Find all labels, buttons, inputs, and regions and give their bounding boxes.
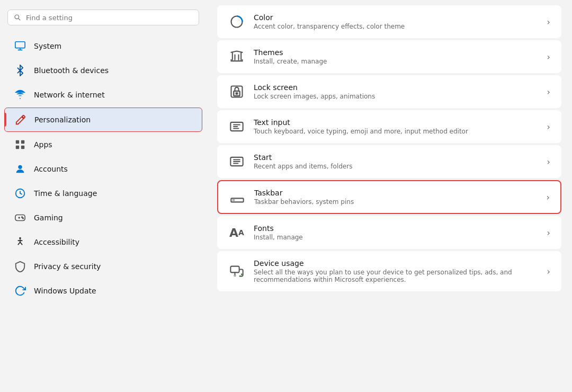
sidebar-item-privacy[interactable]: Privacy & security — [4, 255, 202, 278]
deviceusage-text: Device usage Select all the ways you pla… — [254, 259, 539, 283]
fonts-icon: AA — [228, 224, 245, 241]
settings-item-start[interactable]: Start Recent apps and items, folders › — [217, 145, 561, 178]
sidebar-item-gaming[interactable]: Gaming — [4, 206, 202, 229]
sidebar-item-label: Network & internet — [34, 91, 105, 99]
sidebar-item-label: Personalization — [34, 115, 91, 124]
textinput-title: Text input — [254, 118, 539, 127]
taskbar-desc: Taskbar behaviors, system pins — [254, 198, 538, 206]
fonts-desc: Install, manage — [254, 234, 539, 241]
start-desc: Recent apps and items, folders — [254, 163, 539, 170]
svg-point-23 — [241, 273, 243, 275]
personalization-icon — [14, 113, 27, 126]
settings-item-fonts[interactable]: AA Fonts Install, manage › — [217, 216, 561, 249]
svg-rect-20 — [233, 199, 235, 201]
sidebar-item-personalization[interactable]: Personalization — [4, 108, 202, 132]
settings-item-deviceusage[interactable]: Device usage Select all the ways you pla… — [217, 251, 561, 291]
search-icon — [13, 13, 22, 22]
svg-rect-4 — [21, 146, 24, 149]
lockscreen-title: Lock screen — [254, 83, 539, 92]
sidebar-item-accounts[interactable]: Accounts — [4, 157, 202, 181]
sidebar-item-bluetooth[interactable]: Bluetooth & devices — [4, 59, 202, 82]
settings-item-color[interactable]: Color Accent color, transparency effects… — [217, 5, 561, 38]
settings-item-lockscreen[interactable]: Lock screen Lock screen images, apps, an… — [217, 75, 561, 108]
themes-icon — [228, 48, 245, 65]
lockscreen-chevron: › — [547, 87, 550, 97]
svg-point-16 — [236, 93, 238, 94]
settings-item-themes[interactable]: Themes Install, create, manage › — [217, 40, 561, 73]
taskbar-chevron: › — [547, 192, 550, 202]
svg-point-12 — [19, 237, 21, 239]
sidebar-item-update[interactable]: Windows Update — [4, 279, 202, 302]
start-title: Start — [254, 153, 539, 162]
themes-title: Themes — [254, 48, 539, 57]
deviceusage-icon — [228, 263, 245, 280]
privacy-icon — [14, 260, 26, 273]
sidebar-item-accessibility[interactable]: Accessibility — [4, 230, 202, 254]
network-icon — [14, 88, 26, 101]
svg-rect-2 — [21, 140, 24, 144]
start-text: Start Recent apps and items, folders — [254, 153, 539, 170]
svg-rect-0 — [15, 42, 25, 48]
sidebar-item-label: Time & language — [34, 189, 97, 198]
deviceusage-desc: Select all the ways you plan to use your… — [254, 269, 539, 283]
color-title: Color — [254, 13, 539, 22]
time-icon — [14, 187, 26, 200]
textinput-text: Text input Touch keyboard, voice typing,… — [254, 118, 539, 135]
sidebar-item-network[interactable]: Network & internet — [4, 83, 202, 106]
taskbar-title: Taskbar — [254, 189, 538, 197]
sidebar-item-time[interactable]: Time & language — [4, 182, 202, 205]
sidebar-item-label: Accounts — [34, 165, 68, 173]
taskbar-text: Taskbar Taskbar behaviors, system pins — [254, 189, 538, 206]
svg-rect-21 — [230, 266, 239, 273]
themes-chevron: › — [547, 52, 550, 62]
bluetooth-icon — [14, 64, 26, 77]
taskbar-icon — [229, 189, 246, 206]
lockscreen-desc: Lock screen images, apps, animations — [254, 93, 539, 100]
textinput-icon — [228, 118, 245, 135]
accounts-icon — [14, 163, 26, 175]
main-content: Color Accent color, transparency effects… — [207, 0, 572, 392]
sidebar-item-label: Bluetooth & devices — [34, 66, 109, 75]
sidebar-item-label: Privacy & security — [34, 262, 101, 271]
gaming-icon — [14, 211, 26, 224]
fonts-chevron: › — [547, 228, 550, 238]
color-text: Color Accent color, transparency effects… — [254, 13, 539, 30]
sidebar: System Bluetooth & devices Network & int… — [0, 0, 207, 392]
settings-item-textinput[interactable]: Text input Touch keyboard, voice typing,… — [217, 110, 561, 143]
accessibility-icon — [14, 236, 26, 248]
lockscreen-icon — [228, 83, 245, 100]
search-box[interactable] — [7, 10, 199, 25]
search-input[interactable] — [26, 14, 193, 22]
svg-rect-1 — [16, 140, 19, 144]
fonts-title: Fonts — [254, 224, 539, 233]
color-desc: Accent color, transparency effects, colo… — [254, 23, 539, 30]
sidebar-item-label: System — [34, 42, 61, 50]
svg-point-11 — [23, 218, 24, 219]
sidebar-item-apps[interactable]: Apps — [4, 133, 202, 156]
color-icon — [228, 13, 245, 30]
start-icon — [228, 153, 245, 170]
textinput-chevron: › — [547, 122, 550, 132]
svg-point-5 — [18, 165, 22, 169]
deviceusage-chevron: › — [547, 266, 550, 277]
themes-desc: Install, create, manage — [254, 58, 539, 65]
lockscreen-text: Lock screen Lock screen images, apps, an… — [254, 83, 539, 100]
update-icon — [14, 284, 26, 297]
deviceusage-title: Device usage — [254, 259, 539, 268]
sidebar-item-label: Accessibility — [34, 238, 79, 246]
fonts-text: Fonts Install, manage — [254, 224, 539, 241]
apps-icon — [14, 138, 26, 151]
start-chevron: › — [547, 157, 550, 167]
sidebar-item-label: Windows Update — [34, 287, 96, 295]
settings-list: Color Accent color, transparency effects… — [217, 5, 561, 291]
monitor-icon — [14, 40, 26, 52]
settings-item-taskbar[interactable]: Taskbar Taskbar behaviors, system pins › — [217, 180, 561, 214]
sidebar-item-system[interactable]: System — [4, 34, 202, 58]
sidebar-item-label: Gaming — [34, 213, 63, 222]
svg-rect-3 — [16, 146, 19, 149]
textinput-desc: Touch keyboard, voice typing, emoji and … — [254, 128, 539, 135]
themes-text: Themes Install, create, manage — [254, 48, 539, 65]
color-chevron: › — [547, 17, 550, 27]
sidebar-item-label: Apps — [34, 140, 52, 149]
